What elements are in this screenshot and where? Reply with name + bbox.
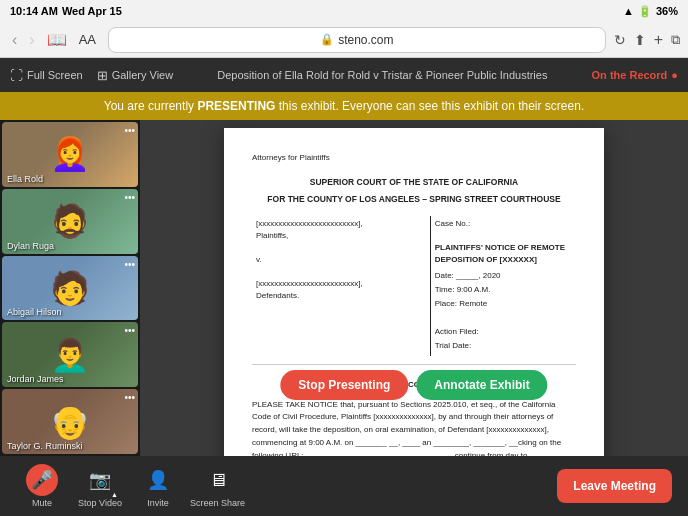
topbar-title: Deposition of Ella Rold for Rold v Trist… <box>189 69 575 81</box>
status-bar-right: ▲ 🔋 36% <box>623 5 678 18</box>
share-icon[interactable]: ⬆ <box>634 32 646 48</box>
participant-tile-4[interactable]: 👨‍🦱 Jordan James ••• <box>2 322 138 387</box>
stop-video-button[interactable]: 📷 ▲ Stop Video <box>74 464 126 508</box>
participant-sidebar: 👩‍🦰 Ella Rold ••• 🧔 Dylan Ruga ••• 🧑 Abi… <box>0 120 140 456</box>
browser-bar: ‹ › 📖 AA 🔒 steno.com ↻ ⬆ + ⧉ <box>0 22 688 58</box>
doc-date-label: Date: <box>435 271 454 280</box>
doc-court-subtitle: FOR THE COUNTY OF LOS ANGELES – SPRING S… <box>252 193 576 206</box>
doc-time: Time: 9:00 A.M. <box>435 284 572 296</box>
banner-presenting: PRESENTING <box>197 99 275 113</box>
url-bar[interactable]: 🔒 steno.com <box>108 27 606 53</box>
mute-label: Mute <box>32 498 52 508</box>
doc-time-value: 9:00 A.M. <box>457 285 491 294</box>
participant-tile-2[interactable]: 🧔 Dylan Ruga ••• <box>2 189 138 254</box>
participant-tile-3[interactable]: 🧑 Abigail Hilson ••• <box>2 256 138 321</box>
stop-video-chevron: ▲ <box>111 491 118 498</box>
wifi-icon: ▲ <box>623 5 634 17</box>
aa-text[interactable]: AA <box>75 32 100 47</box>
doc-case-right: Case No.: PLAINTIFFS' NOTICE OF REMOTE D… <box>430 216 576 356</box>
mute-icon: 🎤 <box>26 464 58 496</box>
stop-presenting-button[interactable]: Stop Presenting <box>280 370 408 400</box>
annotate-exhibit-button[interactable]: Annotate Exhibit <box>416 370 547 400</box>
doc-trial: Trial Date: <box>435 340 572 352</box>
invite-label: Invite <box>147 498 169 508</box>
doc-case-left: [xxxxxxxxxxxxxxxxxxxxxxxxx], Plaintiffs,… <box>252 216 430 356</box>
doc-date-value: _____, 2020 <box>456 271 501 280</box>
participant-name-1: Ella Rold <box>7 174 43 184</box>
tile-menu-4[interactable]: ••• <box>124 325 135 336</box>
screen-share-icon: 🖥 <box>202 464 234 496</box>
tile-menu-1[interactable]: ••• <box>124 125 135 136</box>
browser-navigation: ‹ › <box>8 29 39 51</box>
tabs-icon[interactable]: ⧉ <box>671 32 680 48</box>
bookmark-icon: 📖 <box>47 30 67 49</box>
add-tab-icon[interactable]: + <box>654 31 663 49</box>
gallery-view-button[interactable]: ⊞ Gallery View <box>97 68 174 83</box>
browser-actions: ↻ ⬆ + ⧉ <box>614 31 680 49</box>
recording-dot: ● <box>671 69 678 81</box>
tile-menu-2[interactable]: ••• <box>124 192 135 203</box>
toolbar-left: 🎤 Mute 📷 ▲ Stop Video 👤 Invite 🖥 Screen … <box>16 464 245 508</box>
doc-action: Action Filed: <box>435 326 572 338</box>
doc-body-text: PLEASE TAKE NOTICE that, pursuant to Sec… <box>252 399 576 457</box>
participant-name-2: Dylan Ruga <box>7 241 54 251</box>
doc-time-label: Time: <box>435 285 455 294</box>
doc-place-label: Place: <box>435 299 457 308</box>
screen-share-label: Screen Share <box>190 498 245 508</box>
doc-place: Place: Remote <box>435 298 572 310</box>
reload-icon[interactable]: ↻ <box>614 32 626 48</box>
overlay-buttons: Stop Presenting Annotate Exhibit <box>280 370 547 400</box>
participant-avatar-4: 👨‍🦱 <box>50 336 90 374</box>
doc-attorneys: Attorneys for Plaintiffs <box>252 152 576 164</box>
fullscreen-button[interactable]: ⛶ Full Screen <box>10 68 83 83</box>
meeting-container: ⛶ Full Screen ⊞ Gallery View Deposition … <box>0 58 688 516</box>
tile-menu-5[interactable]: ••• <box>124 392 135 403</box>
toolbar-right: Leave Meeting <box>557 469 672 503</box>
banner-suffix: this exhibit. Everyone can see this exhi… <box>275 99 584 113</box>
mute-button[interactable]: 🎤 Mute <box>16 464 68 508</box>
document-area: Attorneys for Plaintiffs SUPERIOR COURT … <box>140 120 688 456</box>
battery-icon: 🔋 <box>638 5 652 18</box>
participant-tile-5[interactable]: 👴 Taylor G. Ruminski ••• <box>2 389 138 454</box>
url-text: steno.com <box>338 33 393 47</box>
doc-defendant-bracket: [xxxxxxxxxxxxxxxxxxxxxxxxx], <box>256 278 426 290</box>
status-bar: 10:14 AM Wed Apr 15 ▲ 🔋 36% <box>0 0 688 22</box>
meeting-topbar: ⛶ Full Screen ⊞ Gallery View Deposition … <box>0 58 688 92</box>
invite-icon: 👤 <box>142 464 174 496</box>
gallery-icon: ⊞ <box>97 68 108 83</box>
stop-video-icon: 📷 ▲ <box>84 464 116 496</box>
doc-court-title: SUPERIOR COURT OF THE STATE OF CALIFORNI… <box>252 176 576 189</box>
doc-case-table: [xxxxxxxxxxxxxxxxxxxxxxxxx], Plaintiffs,… <box>252 216 576 356</box>
doc-place-value: Remote <box>459 299 487 308</box>
bottom-toolbar: 🎤 Mute 📷 ▲ Stop Video 👤 Invite 🖥 Screen … <box>0 456 688 516</box>
banner-prefix: You are currently <box>104 99 198 113</box>
forward-button[interactable]: › <box>25 29 38 51</box>
recording-indicator: On the Record ● <box>592 69 678 81</box>
fullscreen-label: Full Screen <box>27 69 83 81</box>
participant-avatar-2: 🧔 <box>50 202 90 240</box>
presenting-banner: You are currently PRESENTING this exhibi… <box>0 92 688 120</box>
back-button[interactable]: ‹ <box>8 29 21 51</box>
participant-avatar-1: 👩‍🦰 <box>50 135 90 173</box>
doc-case-no: Case No.: <box>435 218 572 230</box>
doc-defendants-text: Defendants. <box>256 290 426 302</box>
doc-divider <box>252 364 576 365</box>
fullscreen-icon: ⛶ <box>10 68 23 83</box>
leave-meeting-button[interactable]: Leave Meeting <box>557 469 672 503</box>
main-content: 👩‍🦰 Ella Rold ••• 🧔 Dylan Ruga ••• 🧑 Abi… <box>0 120 688 456</box>
doc-date: Date: _____, 2020 <box>435 270 572 282</box>
invite-button[interactable]: 👤 Invite <box>132 464 184 508</box>
doc-notice-title: PLAINTIFFS' NOTICE OF REMOTE DEPOSITION … <box>435 242 572 266</box>
status-bar-left: 10:14 AM Wed Apr 15 <box>10 5 122 17</box>
screen-share-button[interactable]: 🖥 Screen Share <box>190 464 245 508</box>
participant-avatar-5: 👴 <box>50 403 90 441</box>
tile-menu-3[interactable]: ••• <box>124 259 135 270</box>
topbar-left: ⛶ Full Screen ⊞ Gallery View <box>10 68 173 83</box>
status-time: 10:14 AM <box>10 5 58 17</box>
participant-avatar-3: 🧑 <box>50 269 90 307</box>
participant-tile-1[interactable]: 👩‍🦰 Ella Rold ••• <box>2 122 138 187</box>
doc-plaintiffs-text: Plaintiffs, <box>256 230 426 242</box>
participant-name-4: Jordan James <box>7 374 64 384</box>
recording-label: On the Record <box>592 69 668 81</box>
gallery-label: Gallery View <box>112 69 174 81</box>
